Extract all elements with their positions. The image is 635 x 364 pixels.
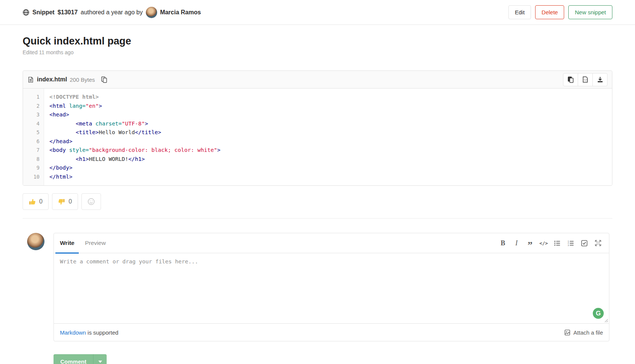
numbered-list-icon: 1 2 3: [568, 240, 574, 246]
code-line: 9</body>: [23, 164, 612, 173]
snippet-meta: Snippet $13017 authored a year ago by Ma…: [23, 7, 201, 18]
bullet-list-icon: [554, 240, 560, 246]
numbered-list-button[interactable]: 1 2 3: [566, 238, 576, 248]
open-raw-button[interactable]: </>: [578, 73, 593, 86]
tab-write[interactable]: Write: [60, 233, 74, 253]
code-line: 4 <meta charset="UTF-8">: [23, 119, 612, 128]
open-raw-icon: </>: [582, 76, 589, 83]
file-name: index.html: [37, 76, 67, 83]
line-number[interactable]: 2: [23, 102, 44, 111]
task-list-icon: [581, 240, 588, 246]
topbar: Snippet $13017 authored a year ago by Ma…: [0, 0, 635, 25]
file-card: index.html 200 Bytes </>: [23, 70, 612, 186]
attach-file-button[interactable]: Attach a file: [564, 329, 603, 336]
author-avatar[interactable]: [146, 7, 157, 18]
thumbs-down-count: 0: [69, 198, 72, 205]
fullscreen-button[interactable]: [593, 238, 603, 248]
comment-textarea[interactable]: [54, 253, 609, 323]
thumbs-up-icon: [29, 198, 36, 205]
thumbs-down-icon: [58, 198, 65, 205]
code-line: 7<body style="background-color: black; c…: [23, 146, 612, 155]
thumbs-up-count: 0: [39, 198, 43, 205]
comment-form: Write Preview B I ” </> 1: [54, 233, 609, 341]
code-line: 1<!DOCTYPE html>: [23, 93, 612, 102]
comment-footer: Markdown is supported Attach a file: [54, 323, 609, 341]
comment-split-button: Comment: [54, 354, 107, 364]
copy-contents-button[interactable]: [563, 73, 578, 86]
quote-button[interactable]: ”: [525, 238, 535, 248]
italic-button[interactable]: I: [511, 238, 522, 248]
new-snippet-button[interactable]: New snippet: [568, 5, 612, 19]
section-divider: [23, 218, 612, 219]
italic-icon: I: [516, 239, 518, 247]
md-header: Write Preview B I ” </> 1: [54, 233, 609, 253]
code-text: <title>Hello World</title>: [44, 128, 161, 137]
add-reaction-button[interactable]: [81, 193, 101, 210]
comment-submit-button[interactable]: Comment: [54, 354, 93, 364]
file-size: 200 Bytes: [70, 76, 95, 83]
bullet-list-button[interactable]: [552, 238, 562, 248]
markdown-supported-text: is supported: [86, 329, 118, 336]
page-title: Quick index.html page: [23, 35, 612, 47]
line-number[interactable]: 7: [23, 146, 44, 155]
author-name[interactable]: Marcia Ramos: [160, 9, 201, 16]
snippet-label: Snippet: [32, 9, 55, 16]
snippet-id: $13017: [58, 9, 78, 16]
delete-button[interactable]: Delete: [535, 5, 564, 19]
fullscreen-icon: [595, 240, 601, 246]
grammarly-icon[interactable]: G: [593, 308, 604, 319]
code-line: 6</head>: [23, 137, 612, 146]
bold-icon: B: [500, 239, 505, 247]
markdown-link[interactable]: Markdown: [60, 329, 86, 336]
comment-dropdown-button[interactable]: [93, 354, 107, 364]
task-list-button[interactable]: [579, 238, 589, 248]
award-emoji-row: 0 0: [23, 193, 612, 210]
code-button[interactable]: </>: [539, 238, 549, 248]
attach-file-label: Attach a file: [574, 329, 603, 336]
chevron-down-icon: [98, 361, 102, 363]
edited-timestamp: Edited 11 months ago: [23, 49, 612, 55]
code-line: 3<head>: [23, 110, 612, 119]
topbar-actions: Edit Delete New snippet: [508, 5, 612, 19]
line-number[interactable]: 10: [23, 173, 44, 182]
current-user-avatar: [27, 233, 44, 250]
copy-icon: [101, 76, 107, 83]
bold-button[interactable]: B: [498, 238, 508, 248]
code-text: <html lang="en">: [44, 102, 102, 111]
code-icon: </>: [539, 240, 548, 246]
line-number[interactable]: 1: [23, 93, 44, 102]
code-text: <body style="background-color: black; co…: [44, 146, 220, 155]
code-text: </body>: [44, 164, 72, 173]
tab-preview[interactable]: Preview: [85, 233, 106, 253]
smiley-icon: [87, 198, 95, 205]
line-number[interactable]: 5: [23, 128, 44, 137]
line-number[interactable]: 8: [23, 155, 44, 164]
download-button[interactable]: [592, 73, 607, 86]
download-icon: [597, 76, 603, 83]
code-text: <head>: [44, 110, 69, 119]
code-text: <meta charset="UTF-8">: [44, 119, 148, 128]
comment-editor: G: [54, 253, 609, 323]
code-text: <!DOCTYPE html>: [44, 93, 99, 102]
line-number[interactable]: 4: [23, 119, 44, 128]
file-actions-group: </>: [563, 73, 607, 86]
line-number[interactable]: 9: [23, 164, 44, 173]
code-line: 8 <h1>HELLO WORLD!</h1>: [23, 155, 612, 164]
svg-text:</>: </>: [584, 78, 588, 81]
line-number[interactable]: 6: [23, 137, 44, 146]
edit-button[interactable]: Edit: [508, 5, 531, 19]
authored-text: authored a year ago by: [81, 9, 143, 16]
code-line: 10</html>: [23, 173, 612, 182]
svg-text:3: 3: [568, 244, 569, 246]
comment-section: Write Preview B I ” </> 1: [23, 233, 612, 341]
thumbs-up-button[interactable]: 0: [23, 193, 49, 210]
code-line: 5 <title>Hello World</title>: [23, 128, 612, 137]
resize-handle[interactable]: [604, 318, 608, 323]
thumbs-down-button[interactable]: 0: [52, 193, 78, 210]
copy-file-contents-icon: [568, 76, 574, 83]
line-number[interactable]: 3: [23, 110, 44, 119]
file-icon: [28, 76, 34, 83]
copy-path-button[interactable]: [101, 76, 107, 83]
code-block: 1<!DOCTYPE html>2<html lang="en">3<head>…: [23, 89, 612, 185]
globe-icon: [23, 9, 29, 16]
